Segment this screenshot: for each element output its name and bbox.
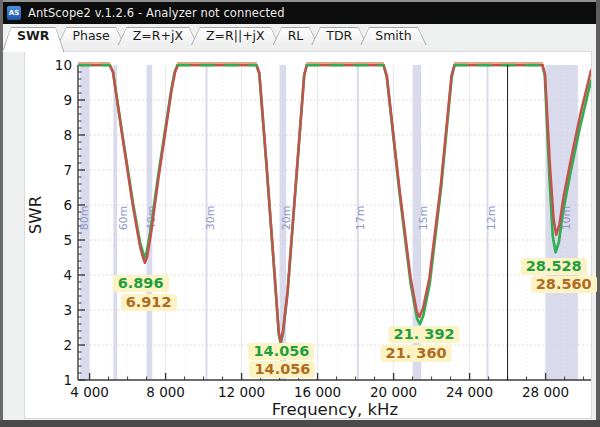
tab-label: Z=R+jX [118,27,198,44]
window-border-bottom[interactable] [0,420,600,427]
tab-label: Z=R||+jX [191,27,280,44]
title-bar[interactable]: AS AntScope2 v.1.2.6 - Analyzer not conn… [3,2,596,24]
window-border-right[interactable] [596,0,600,427]
tab-bar: SWR Phase Z=R+jX Z=R||+jX RL TDR Smith [9,27,427,45]
window-border-top [0,0,600,2]
tab-swr[interactable]: SWR [2,27,64,52]
tab-z-series[interactable]: Z=R+jX [118,27,198,45]
tab-phase[interactable]: Phase [57,27,124,45]
x-axis-title: Frequency, kHz [230,400,440,419]
window-title: AntScope2 v.1.2.6 - Analyzer not connect… [28,6,285,20]
app-window: AS AntScope2 v.1.2.6 - Analyzer not conn… [0,0,600,427]
tab-label: TDR [311,27,367,44]
y-axis-title: SWR [26,185,46,245]
window-border-left [0,0,3,427]
tab-label: Smith [360,27,426,44]
tab-label: SWR [2,27,64,44]
app-icon: AS [7,6,21,20]
tab-label: Phase [57,27,124,44]
tab-z-parallel[interactable]: Z=R||+jX [191,27,280,45]
tab-smith[interactable]: Smith [360,27,426,45]
tab-tdr[interactable]: TDR [311,27,367,45]
chart-panel [24,51,592,419]
